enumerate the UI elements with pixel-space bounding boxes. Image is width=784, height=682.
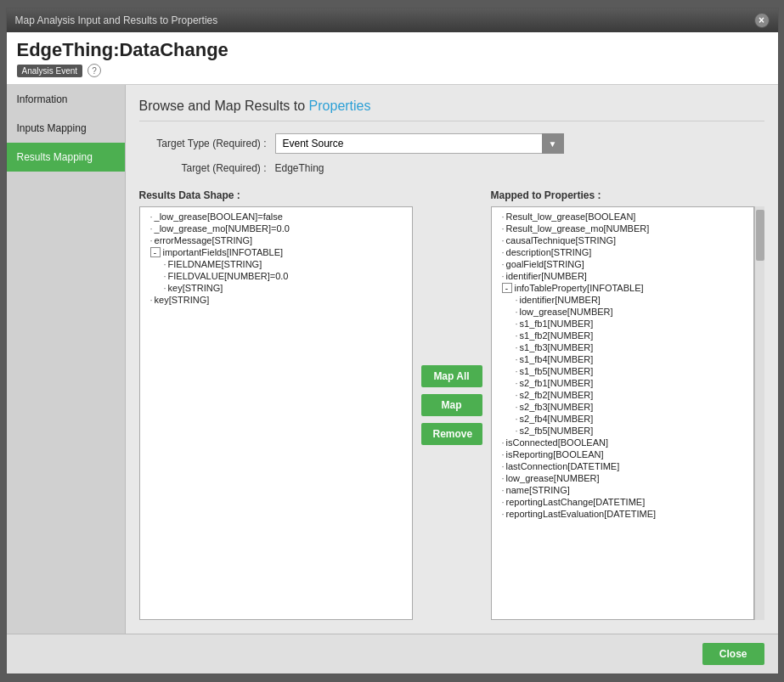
tree-item[interactable]: · s1_fb3[NUMBER]: [495, 341, 750, 353]
content-area: Browse and Map Results to Properties Tar…: [126, 85, 778, 634]
entity-tag: Analysis Event: [17, 65, 83, 77]
dialog-title: Map Analysis Input and Results to Proper…: [15, 14, 218, 26]
tree-item[interactable]: · s1_fb2[NUMBER]: [495, 330, 750, 341]
tree-item[interactable]: · identifier[NUMBER]: [495, 270, 750, 282]
tree-item[interactable]: · s1_fb4[NUMBER]: [495, 353, 750, 365]
sidebar-item-inputs-mapping[interactable]: Inputs Mapping: [7, 114, 125, 143]
title-bar: Map Analysis Input and Results to Proper…: [7, 8, 778, 32]
tree-item[interactable]: · _low_grease[BOOLEAN]=false: [144, 211, 409, 223]
entity-header: EdgeThing:DataChange Analysis Event ?: [7, 32, 778, 85]
tree-item[interactable]: · s2_fb2[NUMBER]: [495, 389, 750, 401]
target-type-select[interactable]: Event Source: [275, 133, 564, 154]
footer: Close: [7, 634, 778, 674]
help-icon[interactable]: ?: [87, 64, 101, 77]
tree-item[interactable]: · reportingLastEvaluation[DATETIME]: [495, 508, 750, 520]
right-panel-label: Mapped to Properties :: [491, 189, 764, 201]
left-tree[interactable]: · _low_grease[BOOLEAN]=false · _low_grea…: [139, 206, 413, 620]
tree-toggle[interactable]: -: [150, 247, 161, 257]
target-type-select-wrapper: Event Source ▼: [275, 133, 564, 154]
tree-item[interactable]: - importantFields[INFOTABLE]: [144, 246, 409, 258]
tree-item[interactable]: · FIELDVALUE[NUMBER]=0.0: [144, 270, 409, 282]
tree-item[interactable]: · name[STRING]: [495, 484, 750, 496]
target-label: Target (Required) :: [139, 162, 275, 174]
tree-item[interactable]: · s1_fb5[NUMBER]: [495, 365, 750, 377]
left-panel-label: Results Data Shape :: [139, 189, 413, 201]
tree-item[interactable]: · errorMessage[STRING]: [144, 234, 409, 246]
tree-item[interactable]: · goalField[STRING]: [495, 258, 750, 270]
scrollbar[interactable]: [754, 206, 764, 620]
right-tree[interactable]: · Result_low_grease[BOOLEAN] · Result_lo…: [491, 206, 754, 620]
sidebar-item-information[interactable]: Information: [7, 85, 125, 114]
close-button[interactable]: Close: [702, 643, 764, 665]
mapping-buttons: Map All Map Remove: [413, 189, 491, 620]
tree-item[interactable]: · isConnected[BOOLEAN]: [495, 437, 750, 448]
tree-item[interactable]: · FIELDNAME[STRING]: [144, 258, 409, 270]
sidebar: Information Inputs Mapping Results Mappi…: [7, 85, 126, 634]
tree-item[interactable]: · Result_low_grease[BOOLEAN]: [495, 211, 750, 223]
tree-item[interactable]: · s2_fb1[NUMBER]: [495, 377, 750, 389]
tree-item[interactable]: · s2_fb4[NUMBER]: [495, 413, 750, 425]
tree-item[interactable]: · lastConnection[DATETIME]: [495, 460, 750, 472]
tree-item[interactable]: · reportingLastChange[DATETIME]: [495, 496, 750, 508]
scrollbar-thumb: [756, 210, 764, 261]
tree-item[interactable]: · Result_low_grease_mo[NUMBER]: [495, 223, 750, 234]
tree-item[interactable]: · _low_grease_mo[NUMBER]=0.0: [144, 223, 409, 234]
dialog-close-button[interactable]: ×: [754, 13, 770, 28]
tree-item[interactable]: · isReporting[BOOLEAN]: [495, 448, 750, 460]
right-panel: Mapped to Properties : · Result_low_grea…: [491, 189, 764, 620]
tree-item[interactable]: · description[STRING]: [495, 246, 750, 258]
entity-name: EdgeThing:DataChange: [17, 39, 768, 61]
tree-toggle[interactable]: -: [502, 283, 512, 293]
tree-item[interactable]: · key[STRING]: [144, 294, 409, 306]
sidebar-item-results-mapping[interactable]: Results Mapping: [7, 143, 125, 172]
map-button[interactable]: Map: [421, 394, 482, 416]
target-row: Target (Required) : EdgeThing: [139, 162, 764, 174]
map-all-button[interactable]: Map All: [421, 365, 482, 387]
tree-item[interactable]: · s1_fb1[NUMBER]: [495, 318, 750, 330]
tree-item[interactable]: - infoTableProperty[INFOTABLE]: [495, 282, 750, 294]
dialog: Map Analysis Input and Results to Proper…: [6, 8, 779, 674]
section-title: Browse and Map Results to Properties: [139, 99, 764, 121]
remove-button[interactable]: Remove: [421, 423, 482, 445]
target-type-row: Target Type (Required) : Event Source ▼: [139, 133, 764, 154]
tree-item[interactable]: · causalTechnique[STRING]: [495, 234, 750, 246]
tree-item[interactable]: · s2_fb5[NUMBER]: [495, 425, 750, 437]
section-title-link[interactable]: Properties: [309, 99, 371, 113]
tree-item[interactable]: · key[STRING]: [144, 282, 409, 294]
target-type-label: Target Type (Required) :: [139, 138, 275, 149]
left-panel: Results Data Shape : · _low_grease[BOOLE…: [139, 189, 413, 620]
tree-item[interactable]: · s2_fb3[NUMBER]: [495, 401, 750, 413]
target-value: EdgeThing: [275, 162, 324, 174]
tree-item[interactable]: · identifier[NUMBER]: [495, 294, 750, 306]
main-content: Information Inputs Mapping Results Mappi…: [7, 85, 778, 634]
tree-item[interactable]: · low_grease[NUMBER]: [495, 472, 750, 484]
tree-item[interactable]: · low_grease[NUMBER]: [495, 306, 750, 318]
